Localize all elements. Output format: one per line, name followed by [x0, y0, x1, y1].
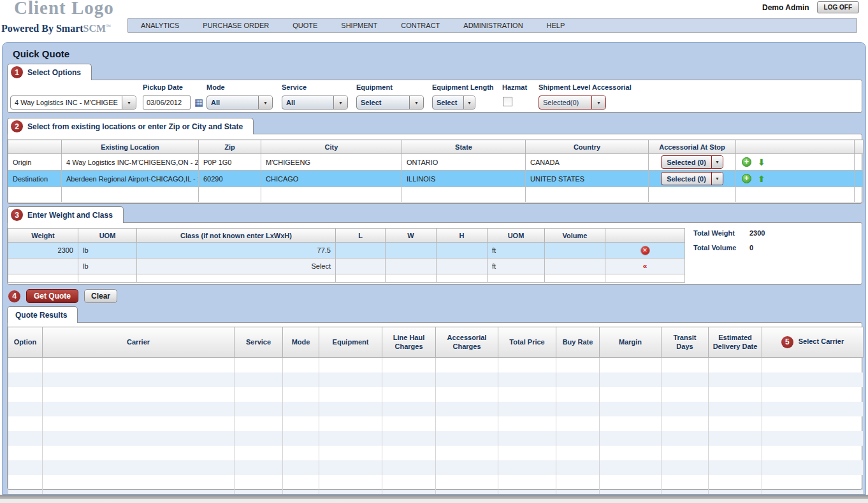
move-down-icon[interactable]: ⬇ — [758, 157, 765, 167]
user-name: Demo Admin — [762, 3, 809, 12]
shipment-accessorial-select[interactable]: Selected(0) ▼ — [539, 96, 606, 110]
class-cell[interactable]: 77.5 — [137, 243, 336, 259]
l-cell[interactable] — [336, 259, 386, 274]
nav-purchase-order[interactable]: PURCHASE ORDER — [203, 22, 269, 29]
tab-weight-class-label: Enter Weight and Class — [27, 211, 113, 220]
empty-location-row — [8, 187, 864, 202]
zip-cell[interactable]: P0P 1G0 — [199, 154, 261, 171]
chevron-down-icon[interactable]: ▼ — [463, 96, 475, 109]
w-cell[interactable] — [386, 259, 437, 274]
country-cell[interactable]: CANADA — [526, 154, 649, 171]
uom-cell[interactable]: lb — [78, 243, 137, 259]
volume-cell[interactable] — [545, 243, 605, 259]
pickup-date-input[interactable] — [143, 96, 191, 110]
col-equipment: Equipment — [319, 327, 382, 358]
nav-shipment[interactable]: SHIPMENT — [341, 22, 377, 29]
move-up-icon[interactable]: ⬆ — [758, 174, 765, 184]
user-area: Demo Admin LOG OFF — [762, 1, 859, 13]
total-weight-value: 2300 — [749, 229, 765, 237]
shipment-accessorial-value: Selected(0) — [539, 96, 591, 109]
col-select-carrier: 5Select Carrier — [762, 327, 864, 358]
logoff-button[interactable]: LOG OFF — [817, 1, 859, 13]
nav-administration[interactable]: ADMINISTRATION — [463, 22, 523, 29]
equipment-select[interactable]: Select ▼ — [356, 96, 424, 110]
uom2-cell[interactable]: ft — [488, 259, 545, 274]
weight-row[interactable]: lb Select ft « — [8, 259, 685, 274]
delete-row-icon[interactable]: ✕ — [640, 246, 650, 255]
chevron-down-icon[interactable]: ▼ — [711, 173, 723, 185]
col-volume: Volume — [545, 229, 605, 243]
quick-quote-page: Quick Quote 1 Select Options 4 Way Logis… — [2, 42, 866, 495]
empty-result-row — [8, 460, 864, 475]
l-cell[interactable] — [336, 243, 386, 259]
class-cell[interactable]: Select — [137, 259, 336, 274]
city-cell[interactable]: M'CHIGEENG — [261, 154, 402, 171]
col-margin: Margin — [600, 327, 662, 358]
weight-row[interactable]: 2300 lb 77.5 ft ✕ — [8, 243, 685, 259]
customer-select[interactable]: 4 Way Logistics INC - M'CHIGEE ▼ — [10, 96, 136, 110]
col-w: W — [386, 229, 437, 243]
h-cell[interactable] — [437, 243, 488, 259]
country-cell[interactable]: UNITED STATES — [526, 171, 649, 187]
col-city: City — [261, 140, 402, 154]
chevron-down-icon[interactable]: ▼ — [333, 96, 347, 109]
clear-button[interactable]: Clear — [84, 289, 117, 303]
zip-cell[interactable]: 60290 — [199, 171, 261, 187]
equipment-select-value: Select — [357, 96, 409, 109]
existing-location-cell[interactable]: Aberdeen Regional Airport-CHICAGO,IL - 1 — [62, 171, 199, 187]
col-total-price: Total Price — [498, 327, 556, 358]
tab-quote-results: Quote Results — [7, 306, 78, 323]
col-weight: Weight — [8, 229, 78, 243]
equipment-label: Equipment — [356, 83, 393, 91]
col-row-type — [8, 140, 62, 154]
col-accessorial-charges: Accessorial Charges — [436, 327, 498, 358]
service-label: Service — [282, 83, 307, 91]
volume-cell[interactable] — [545, 259, 605, 274]
add-stop-icon[interactable]: + — [742, 174, 751, 183]
nav-contract[interactable]: CONTRACT — [401, 22, 440, 29]
weight-table: Weight UOM Class (if not known enter LxW… — [8, 228, 685, 283]
w-cell[interactable] — [386, 243, 437, 259]
state-cell[interactable]: ONTARIO — [402, 154, 526, 171]
state-cell[interactable]: ILLINOIS — [402, 171, 526, 187]
mode-select[interactable]: All ▼ — [206, 96, 273, 110]
uom-cell[interactable]: lb — [78, 259, 137, 274]
locations-table: Existing Location Zip City State Country… — [8, 139, 864, 202]
step-5-badge: 5 — [781, 336, 793, 348]
col-spacer — [855, 140, 864, 154]
chevron-down-icon[interactable]: ▼ — [711, 156, 723, 168]
chevron-down-icon[interactable]: ▼ — [258, 96, 272, 109]
h-cell[interactable] — [437, 259, 488, 274]
col-service: Service — [235, 327, 283, 358]
step-2-badge: 2 — [11, 120, 23, 132]
empty-result-row — [8, 402, 864, 416]
hazmat-checkbox[interactable] — [503, 97, 512, 106]
city-cell[interactable]: CHICAGO — [261, 171, 402, 187]
nav-quote[interactable]: QUOTE — [293, 22, 317, 29]
service-select[interactable]: All ▼ — [282, 96, 348, 110]
weight-cell[interactable]: 2300 — [8, 243, 78, 259]
origin-row[interactable]: Origin 4 Way Logistics INC-M'CHIGEENG,ON… — [8, 154, 864, 171]
add-stop-icon[interactable]: + — [742, 157, 751, 167]
nav-help[interactable]: HELP — [547, 22, 565, 29]
step-1-badge: 1 — [11, 66, 23, 78]
calendar-icon[interactable]: ▦ — [194, 97, 205, 108]
equipment-length-select[interactable]: Select ▼ — [432, 96, 475, 110]
main-nav: ANALYTICS PURCHASE ORDER QUOTE SHIPMENT … — [127, 18, 857, 33]
nav-analytics[interactable]: ANALYTICS — [141, 22, 179, 29]
empty-result-row — [8, 372, 864, 387]
col-state: State — [402, 140, 526, 154]
window-bottom-edge — [0, 495, 868, 499]
destination-row[interactable]: Destination Aberdeen Regional Airport-CH… — [8, 171, 864, 187]
chevron-down-icon[interactable]: ▼ — [591, 96, 605, 109]
chevron-down-icon[interactable]: ▼ — [122, 96, 136, 109]
uom2-cell[interactable]: ft — [488, 243, 545, 259]
weight-cell[interactable] — [8, 259, 78, 274]
chevron-down-icon[interactable]: ▼ — [409, 96, 423, 109]
existing-location-cell[interactable]: 4 Way Logistics INC-M'CHIGEENG,ON - 25 — [62, 154, 199, 171]
collapse-row-icon[interactable]: « — [643, 262, 647, 271]
get-quote-button[interactable]: Get Quote — [26, 289, 78, 303]
origin-accessorial-select[interactable]: Selected (0) ▼ — [661, 155, 723, 169]
brand-tagline: Powered By SmartSCM™ — [1, 23, 111, 34]
destination-accessorial-select[interactable]: Selected (0) ▼ — [661, 172, 723, 185]
